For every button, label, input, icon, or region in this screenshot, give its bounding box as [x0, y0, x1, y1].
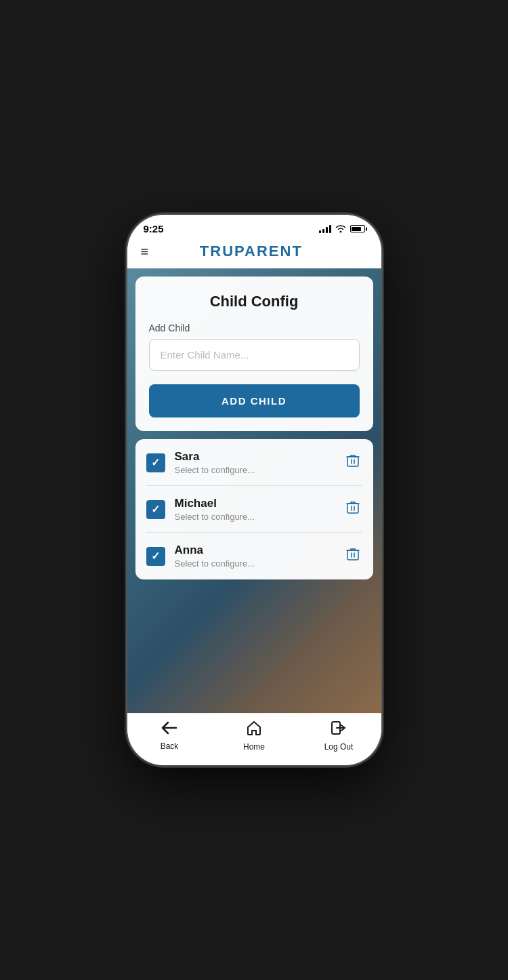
svg-rect-0 [347, 457, 358, 466]
content-area: Child Config Add Child ADD CHILD ✓ Sara [127, 268, 381, 713]
delete-anna-button[interactable] [343, 544, 362, 568]
battery-icon [350, 225, 365, 232]
add-child-button[interactable]: ADD CHILD [149, 384, 360, 417]
child-item-sara: ✓ Sara Select to configure... [135, 439, 373, 486]
child-item-michael: ✓ Michael Select to configure... [135, 486, 373, 533]
child-name-input[interactable] [149, 339, 360, 371]
status-bar: 9:25 [127, 215, 381, 237]
phone-frame: 9:25 [127, 215, 381, 765]
menu-icon[interactable]: ≡ [141, 244, 149, 260]
add-child-label: Add Child [149, 323, 360, 333]
child-sub-anna: Select to configure... [175, 558, 334, 569]
card-title: Child Config [149, 293, 360, 310]
children-list-card: ✓ Sara Select to configure... [135, 439, 373, 579]
logout-icon [331, 720, 347, 739]
child-name-michael: Michael [175, 497, 334, 510]
checkbox-sara[interactable]: ✓ [146, 453, 165, 472]
bottom-nav: Back Home Log Out [127, 713, 381, 765]
delete-michael-button[interactable] [343, 497, 362, 521]
svg-rect-2 [347, 550, 358, 560]
child-info-michael[interactable]: Michael Select to configure... [175, 497, 334, 522]
back-label: Back [161, 741, 179, 751]
nav-back[interactable]: Back [146, 721, 193, 751]
hero-space [135, 588, 373, 669]
checkbox-anna[interactable]: ✓ [146, 547, 165, 566]
status-icons [319, 224, 365, 234]
content-inner: Child Config Add Child ADD CHILD ✓ Sara [127, 268, 381, 677]
child-item-anna: ✓ Anna Select to configure... [135, 533, 373, 579]
checkmark-anna: ✓ [151, 551, 160, 562]
child-name-sara: Sara [175, 450, 334, 464]
svg-rect-1 [347, 504, 358, 513]
home-label: Home [243, 742, 265, 752]
child-sub-sara: Select to configure... [175, 465, 334, 475]
checkbox-michael[interactable]: ✓ [146, 500, 165, 519]
signal-icon [319, 225, 331, 233]
checkmark-michael: ✓ [151, 504, 160, 515]
logout-label: Log Out [324, 742, 354, 752]
top-nav: ≡ TRUPARENT [127, 237, 381, 268]
child-config-card: Child Config Add Child ADD CHILD [135, 277, 373, 431]
wifi-icon [335, 224, 346, 234]
child-info-anna[interactable]: Anna Select to configure... [175, 544, 334, 569]
checkmark-sara: ✓ [151, 457, 160, 468]
status-time: 9:25 [144, 223, 164, 234]
child-name-anna: Anna [175, 544, 334, 557]
phone-screen: 9:25 [127, 215, 381, 765]
child-info-sara[interactable]: Sara Select to configure... [175, 450, 334, 475]
nav-home[interactable]: Home [230, 720, 278, 752]
child-sub-michael: Select to configure... [175, 512, 334, 522]
delete-sara-button[interactable] [343, 451, 362, 474]
app-title: TRUPARENT [148, 243, 354, 260]
home-icon [246, 720, 262, 739]
back-icon [161, 721, 177, 739]
nav-logout[interactable]: Log Out [315, 720, 362, 752]
